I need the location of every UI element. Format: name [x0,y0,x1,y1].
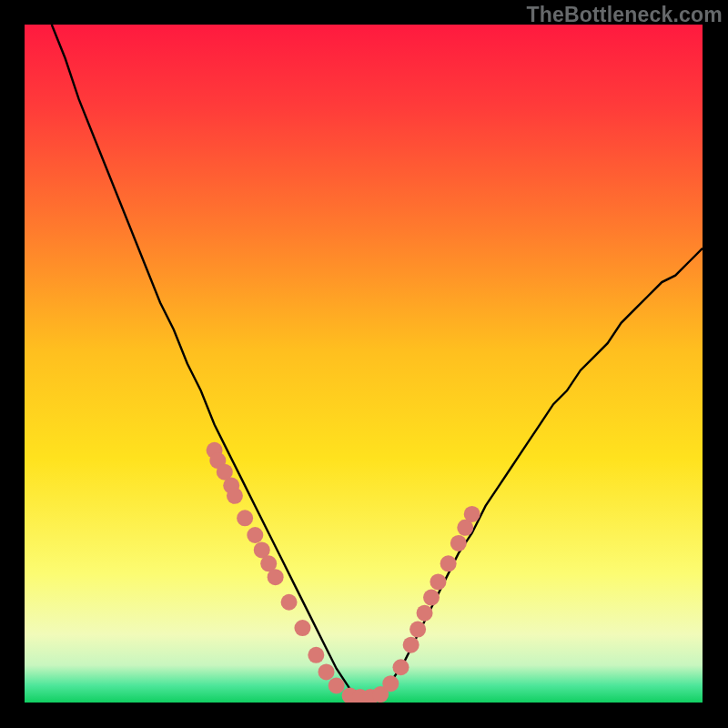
bottleneck-chart [25,25,703,703]
highlight-marker [430,573,446,590]
highlight-marker [247,527,263,543]
highlight-marker [464,506,480,522]
highlight-marker [237,510,253,526]
highlight-marker [294,620,310,636]
chart-frame [25,25,703,703]
gradient-fill [25,25,703,703]
highlight-marker [403,637,420,653]
highlight-marker [450,535,467,551]
highlight-marker [281,594,298,611]
highlight-marker [382,675,399,692]
highlight-marker [417,605,433,622]
highlight-marker [268,569,284,585]
attribution-text: TheBottleneck.com [526,3,723,27]
highlight-marker [329,677,345,693]
highlight-marker [318,663,335,680]
highlight-marker [410,622,426,638]
highlight-marker [227,488,243,504]
highlight-marker [308,647,324,663]
highlight-marker [392,659,409,675]
highlight-marker [440,555,457,571]
highlight-marker [423,590,440,606]
